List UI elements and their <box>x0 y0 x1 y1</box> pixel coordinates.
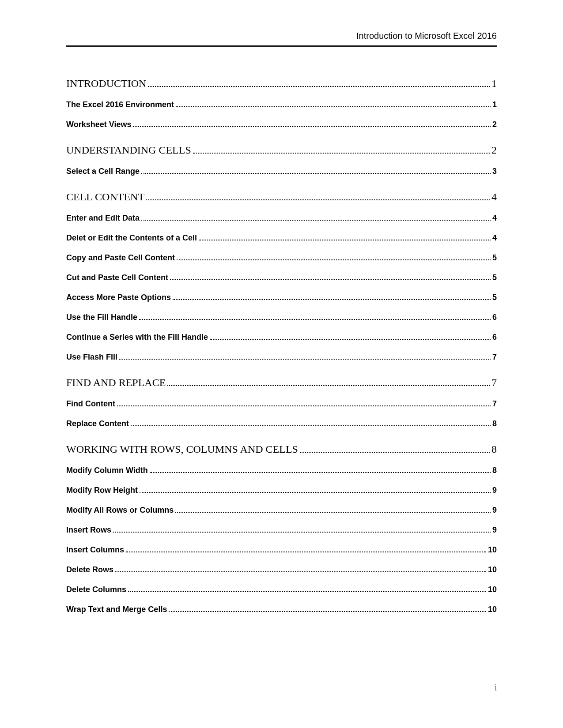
toc-entry-page: 3 <box>492 167 497 176</box>
toc-entry-page: 9 <box>492 486 497 495</box>
toc-entry[interactable]: Use Flash Fill7 <box>66 353 497 362</box>
toc-entry[interactable]: Enter and Edit Data4 <box>66 214 497 223</box>
toc-entry-page: 10 <box>488 585 497 594</box>
toc-entry-page: 1 <box>492 100 497 109</box>
toc-entry[interactable]: Continue a Series with the Fill Handle6 <box>66 333 497 342</box>
toc-leader-dots <box>210 339 491 340</box>
toc-entry-page: 6 <box>492 333 497 342</box>
toc-entry-title: Copy and Paste Cell Content <box>66 253 175 263</box>
toc-entry[interactable]: Delete Rows10 <box>66 565 497 574</box>
toc-entry-page: 5 <box>492 273 497 282</box>
toc-entry[interactable]: The Excel 2016 Environment1 <box>66 100 497 109</box>
toc-entry-title: FIND AND REPLACE <box>66 377 166 389</box>
toc-entry-title: Access More Paste Options <box>66 293 171 302</box>
toc-entry-page: 1 <box>491 78 497 90</box>
toc-entry-title: Replace Content <box>66 419 129 428</box>
header-title: Introduction to Microsoft Excel 2016 <box>356 31 497 41</box>
toc-entry-page: 4 <box>491 191 497 203</box>
toc-leader-dots <box>139 319 491 320</box>
toc-entry[interactable]: Access More Paste Options5 <box>66 293 497 302</box>
toc-entry[interactable]: Modify Column Width8 <box>66 466 497 475</box>
toc-entry-page: 2 <box>491 144 497 156</box>
toc-entry[interactable]: WORKING WITH ROWS, COLUMNS AND CELLS8 <box>66 443 497 455</box>
toc-leader-dots <box>173 299 491 300</box>
toc-leader-dots <box>175 512 491 513</box>
toc-entry[interactable]: Copy and Paste Cell Content5 <box>66 253 497 263</box>
toc-entry-title: UNDERSTANDING CELLS <box>66 144 191 156</box>
toc-entry-title: Insert Rows <box>66 525 111 535</box>
toc-entry[interactable]: INTRODUCTION1 <box>66 78 497 90</box>
toc-entry-title: Modify All Rows or Columns <box>66 506 174 515</box>
toc-entry-page: 9 <box>492 506 497 515</box>
toc-entry[interactable]: Worksheet Views2 <box>66 120 497 129</box>
toc-entry[interactable]: FIND AND REPLACE7 <box>66 377 497 389</box>
toc-entry-title: Delete Rows <box>66 565 113 574</box>
toc-leader-dots <box>193 153 490 154</box>
toc-entry-title: Select a Cell Range <box>66 167 140 176</box>
toc-entry-title: Insert Columns <box>66 545 124 555</box>
toc-entry[interactable]: CELL CONTENT4 <box>66 191 497 203</box>
toc-entry[interactable]: Delet or Edit the Contents of a Cell4 <box>66 233 497 243</box>
toc-leader-dots <box>113 532 491 533</box>
toc-entry-title: Enter and Edit Data <box>66 214 140 223</box>
toc-entry[interactable]: Insert Rows9 <box>66 525 497 535</box>
toc-entry[interactable]: Cut and Paste Cell Content5 <box>66 273 497 282</box>
toc-entry-title: Continue a Series with the Fill Handle <box>66 333 208 342</box>
toc-entry-page: 9 <box>492 525 497 535</box>
toc-entry-page: 4 <box>492 233 497 243</box>
toc-entry-page: 5 <box>492 253 497 263</box>
toc-leader-dots <box>133 126 491 127</box>
toc-leader-dots <box>148 86 490 87</box>
toc-leader-dots <box>167 385 490 386</box>
toc-entry-page: 7 <box>492 353 497 362</box>
table-of-contents: INTRODUCTION1The Excel 2016 Environment1… <box>66 78 497 614</box>
toc-leader-dots <box>131 425 491 426</box>
toc-entry[interactable]: Find Content7 <box>66 399 497 409</box>
toc-entry-page: 10 <box>488 565 497 574</box>
toc-entry-title: Modify Column Width <box>66 466 148 475</box>
toc-entry-title: WORKING WITH ROWS, COLUMNS AND CELLS <box>66 443 298 455</box>
toc-entry-page: 7 <box>492 399 497 409</box>
toc-entry-page: 6 <box>492 313 497 322</box>
toc-entry-title: Use the Fill Handle <box>66 313 137 322</box>
toc-entry-title: INTRODUCTION <box>66 78 146 90</box>
toc-leader-dots <box>141 220 491 221</box>
toc-leader-dots <box>141 173 491 174</box>
toc-entry-title: The Excel 2016 Environment <box>66 100 174 109</box>
toc-entry-title: CELL CONTENT <box>66 191 144 203</box>
toc-leader-dots <box>150 472 491 473</box>
toc-entry-title: Delet or Edit the Contents of a Cell <box>66 233 197 243</box>
toc-leader-dots <box>126 552 486 552</box>
toc-leader-dots <box>169 611 486 612</box>
document-header: Introduction to Microsoft Excel 2016 <box>66 31 497 47</box>
toc-entry[interactable]: UNDERSTANDING CELLS2 <box>66 144 497 156</box>
toc-entry[interactable]: Use the Fill Handle6 <box>66 313 497 322</box>
toc-leader-dots <box>300 452 490 453</box>
toc-entry[interactable]: Wrap Text and Merge Cells10 <box>66 605 497 614</box>
toc-entry-page: 10 <box>488 545 497 555</box>
toc-leader-dots <box>140 492 491 493</box>
toc-entry[interactable]: Modify All Rows or Columns9 <box>66 506 497 515</box>
toc-entry-page: 10 <box>488 605 497 614</box>
toc-entry-page: 5 <box>492 293 497 302</box>
toc-leader-dots <box>176 106 491 107</box>
toc-leader-dots <box>119 359 491 360</box>
toc-entry[interactable]: Replace Content8 <box>66 419 497 428</box>
toc-entry-page: 2 <box>492 120 497 129</box>
toc-leader-dots <box>128 591 486 592</box>
toc-entry-title: Wrap Text and Merge Cells <box>66 605 167 614</box>
toc-entry-title: Use Flash Fill <box>66 353 117 362</box>
toc-leader-dots <box>177 259 491 260</box>
toc-leader-dots <box>115 571 486 572</box>
toc-leader-dots <box>170 279 491 280</box>
toc-entry[interactable]: Modify Row Height9 <box>66 486 497 495</box>
toc-entry-page: 4 <box>492 214 497 223</box>
toc-entry[interactable]: Insert Columns10 <box>66 545 497 555</box>
toc-entry[interactable]: Select a Cell Range3 <box>66 167 497 176</box>
toc-leader-dots <box>117 405 491 406</box>
toc-leader-dots <box>199 240 491 240</box>
toc-entry-page: 7 <box>491 377 497 389</box>
toc-entry-page: 8 <box>492 419 497 428</box>
toc-entry-page: 8 <box>492 466 497 475</box>
toc-entry[interactable]: Delete Columns10 <box>66 585 497 594</box>
